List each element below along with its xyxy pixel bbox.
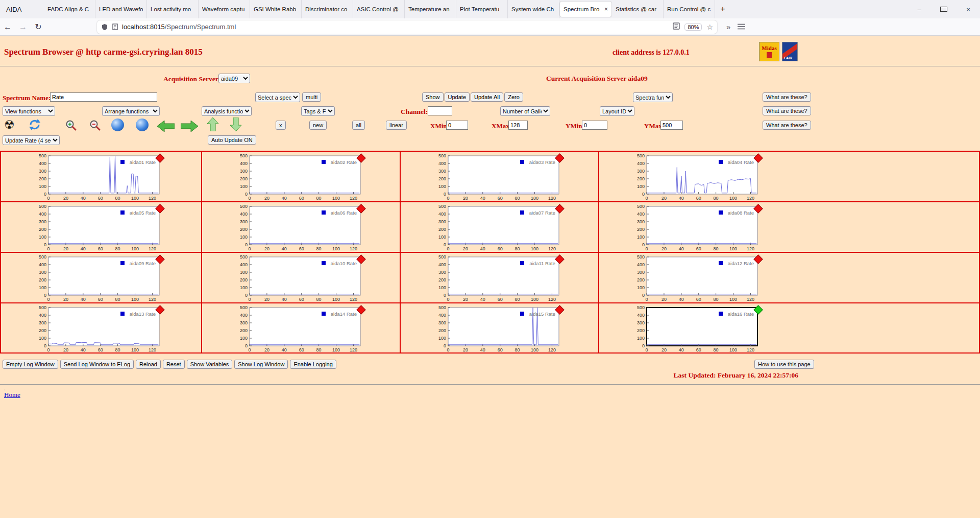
enable-logging-button[interactable]: Enable Logging [290, 360, 336, 369]
acquisition-server-select[interactable]: aida09 [218, 74, 250, 83]
show-variables-button[interactable]: Show Variables [187, 360, 233, 369]
update-rate-dropdown[interactable]: Update Rate (4 secs) [3, 135, 60, 145]
channel-input[interactable] [428, 106, 452, 115]
minimize-icon[interactable]: – [916, 6, 923, 13]
layout-id-dropdown[interactable]: Layout ID=1 [600, 106, 634, 116]
zoom-level-badge[interactable]: 80% [684, 23, 702, 31]
show-log-window-button[interactable]: Show Log Window [234, 360, 288, 369]
auto-update-button[interactable]: Auto Update ON [208, 135, 256, 145]
browser-tab[interactable]: Temperature an [405, 0, 456, 18]
zoom-out-icon[interactable] [89, 119, 101, 133]
spectrum-chart[interactable]: 0100200300400500020406080100120aida10 Ra… [231, 255, 363, 302]
zoom-in-icon[interactable] [65, 119, 77, 133]
select-spectrum-dropdown[interactable]: Select a spectrum [255, 92, 300, 102]
arrow-down-icon[interactable] [230, 117, 241, 133]
spectrum-name-input[interactable] [50, 92, 157, 102]
show-button[interactable]: Show [422, 92, 444, 102]
spectrum-chart[interactable]: 0100200300400500020406080100120aida05 Ra… [30, 205, 162, 252]
home-link[interactable]: Home [4, 391, 20, 399]
zero-button[interactable]: Zero [504, 92, 523, 102]
blue-sphere-icon-1[interactable] [111, 119, 124, 131]
xmax-input[interactable] [508, 121, 528, 130]
view-functions-dropdown[interactable]: View functions [3, 106, 55, 116]
new-button[interactable]: new [309, 121, 327, 130]
browser-tab[interactable]: FADC Align & C [44, 0, 95, 18]
svg-text:300: 300 [637, 320, 645, 325]
browser-tab[interactable]: Discriminator co [302, 0, 353, 18]
arrow-left-icon[interactable] [157, 121, 175, 134]
what-are-these-button-2[interactable]: What are these? [763, 106, 811, 115]
spectrum-chart[interactable]: 0100200300400500020406080100120aida14 Ra… [231, 306, 363, 353]
ymax-input[interactable] [660, 121, 683, 130]
spectrum-chart[interactable]: 0100200300400500020406080100120aida16 Ra… [628, 306, 761, 353]
spectra-functions-dropdown[interactable]: Spectra functions [633, 92, 673, 102]
arrow-up-icon[interactable] [207, 117, 218, 133]
spectrum-chart[interactable]: 0100200300400500020406080100120aida08 Ra… [628, 205, 761, 252]
spectrum-chart[interactable]: 0100200300400500020406080100120aida13 Ra… [30, 306, 162, 353]
svg-text:100: 100 [637, 184, 645, 189]
spectrum-chart[interactable]: 0100200300400500020406080100120aida02 Ra… [231, 154, 363, 201]
blue-sphere-icon-2[interactable] [136, 119, 149, 131]
reload-icon[interactable]: ↻ [31, 22, 46, 32]
browser-tab[interactable]: LED and Wavefo [95, 0, 147, 18]
spectrum-chart[interactable]: 0100200300400500020406080100120aida11 Ra… [429, 255, 562, 302]
svg-text:aida05 Rate: aida05 Rate [130, 210, 156, 216]
close-icon[interactable]: × [965, 6, 972, 13]
refresh-icon[interactable] [28, 118, 41, 133]
how-to-use-button[interactable]: How to use this page [754, 360, 814, 369]
number-of-galleries-dropdown[interactable]: Number of Galleries [500, 106, 550, 116]
update-button[interactable]: Update [445, 92, 470, 102]
multi-button[interactable]: multi [302, 92, 321, 102]
radiation-icon[interactable]: ☢ [4, 119, 15, 131]
browser-tab[interactable]: Plot Temperatu [456, 0, 508, 18]
ymin-input[interactable] [582, 121, 607, 130]
reset-button[interactable]: Reset [163, 360, 185, 369]
gallery-cell: 0100200300400500020406080100120aida10 Ra… [202, 253, 401, 303]
browser-tab[interactable]: Run Control @ c [664, 0, 715, 18]
menu-icon[interactable] [738, 22, 745, 32]
spectrum-chart[interactable]: 0100200300400500020406080100120aida12 Ra… [628, 255, 761, 302]
x-button[interactable]: x [276, 121, 286, 130]
spectrum-chart[interactable]: 0100200300400500020406080100120aida06 Ra… [231, 205, 363, 252]
spectrum-chart[interactable]: 0100200300400500020406080100120aida09 Ra… [30, 255, 162, 302]
send-log-window-to-elog-button[interactable]: Send Log Window to ELog [60, 360, 134, 369]
update-all-button[interactable]: Update All [471, 92, 503, 102]
svg-text:20: 20 [63, 246, 68, 251]
arrow-right-icon[interactable] [181, 121, 198, 134]
spectrum-chart[interactable]: 0100200300400500020406080100120aida04 Ra… [628, 154, 761, 201]
arrange-functions-dropdown[interactable]: Arrange functions [102, 106, 160, 116]
connection-icon[interactable] [112, 23, 118, 30]
browser-tab[interactable]: GSI White Rabb [250, 0, 302, 18]
linear-button[interactable]: linear [386, 121, 407, 130]
spectrum-chart[interactable]: 0100200300400500020406080100120aida07 Ra… [429, 205, 562, 252]
browser-tab[interactable]: Waveform captu [199, 0, 250, 18]
reload-button[interactable]: Reload [136, 360, 161, 369]
browser-tab[interactable]: Statistics @ car [612, 0, 664, 18]
all-button[interactable]: all [352, 121, 365, 130]
spectrum-chart[interactable]: 0100200300400500020406080100120aida03 Ra… [429, 154, 562, 201]
browser-tab[interactable]: System wide Ch [508, 0, 559, 18]
new-tab-button[interactable]: + [715, 5, 730, 14]
tab-close-icon[interactable]: × [604, 6, 608, 13]
browser-tab-active[interactable]: Spectrum Bro× [560, 2, 611, 17]
what-are-these-button-3[interactable]: What are these? [763, 121, 811, 130]
overflow-chevron-icon[interactable]: » [726, 22, 730, 31]
spectrum-chart[interactable]: 0100200300400500020406080100120aida15 Ra… [429, 306, 562, 353]
shield-icon[interactable] [101, 23, 108, 31]
xmin-input[interactable] [446, 121, 468, 130]
svg-text:0: 0 [248, 246, 251, 251]
empty-log-window-button[interactable]: Empty Log Window [3, 360, 58, 369]
bookmark-star-icon[interactable]: ☆ [706, 23, 713, 31]
browser-tab[interactable]: ASIC Control @ [353, 0, 405, 18]
what-are-these-button-1[interactable]: What are these? [763, 92, 811, 102]
spectrum-chart[interactable]: 0100200300400500020406080100120aida01 Ra… [30, 154, 162, 201]
forward-icon[interactable]: → [15, 22, 31, 32]
back-icon[interactable]: ← [0, 22, 15, 32]
reader-mode-icon[interactable] [673, 22, 680, 31]
url-bar[interactable]: localhost:8015 /Spectrum/Spectrum.tml 80… [97, 20, 717, 34]
maximize-icon[interactable] [940, 6, 947, 13]
tags-fits-dropdown[interactable]: Tags & Fits [301, 106, 335, 116]
analysis-functions-dropdown[interactable]: Analysis functions [202, 106, 252, 116]
svg-text:60: 60 [696, 347, 701, 352]
browser-tab[interactable]: Lost activity mo [147, 0, 199, 18]
